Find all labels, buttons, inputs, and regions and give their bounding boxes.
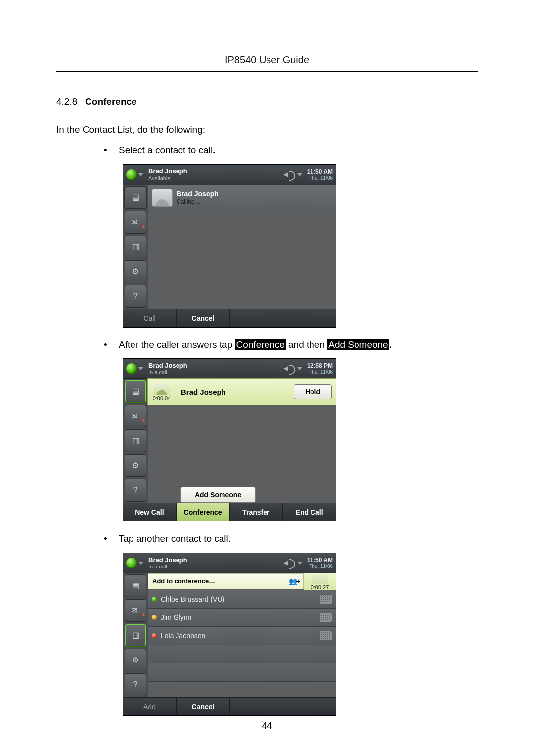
- softkey-empty: [229, 309, 336, 327]
- sidebar-settings[interactable]: ⚙: [125, 649, 146, 671]
- sidebar-help[interactable]: ?: [125, 673, 146, 696]
- topbar-clock: 12:58 PM Thu, 11/06: [307, 363, 333, 375]
- presence-icon[interactable]: [126, 558, 137, 568]
- voicemail-badge: 1: [142, 418, 145, 423]
- sidebar-voicemail[interactable]: ✉1: [125, 599, 146, 622]
- presence-dot-icon: [152, 633, 157, 638]
- presence-dropdown-icon[interactable]: [138, 562, 143, 565]
- bullet-text: Select a contact to call: [119, 145, 213, 155]
- volume-dropdown-icon[interactable]: [297, 173, 302, 176]
- outgoing-call-row: Brad Joseph Calling…: [148, 185, 336, 211]
- bullet2-conference: Conference: [235, 339, 286, 350]
- outgoing-call-name: Brad Joseph: [177, 190, 219, 198]
- topbar: Brad Joseph Available 11:50 AM Thu, 11/0…: [123, 165, 336, 185]
- softkey-bar: Call Cancel: [123, 309, 336, 327]
- softkey-conference[interactable]: Conference: [176, 503, 229, 521]
- contact-row-empty: [148, 645, 336, 663]
- sidebar-calllog[interactable]: ▥: [125, 624, 146, 647]
- contact-avatar: [152, 189, 173, 207]
- keypad-icon[interactable]: [320, 631, 332, 640]
- softkey-cancel[interactable]: Cancel: [176, 309, 229, 327]
- presence-dropdown-icon[interactable]: [138, 367, 143, 370]
- outgoing-call-status: Calling…: [177, 198, 219, 205]
- presence-dot-icon: [152, 597, 157, 602]
- conference-header-row: Add to conference… 👥+ 0:00:27: [148, 573, 336, 590]
- contact-name: Lola Jacobsen: [161, 632, 205, 640]
- gear-icon: ⚙: [132, 268, 139, 276]
- contact-row[interactable]: Chloe Brussard (VU): [148, 590, 336, 609]
- contacts-icon: ▤: [132, 387, 139, 395]
- sidebar-calllog[interactable]: ▥: [125, 236, 146, 258]
- conference-avatar: [312, 575, 328, 584]
- presence-dropdown-icon[interactable]: [138, 173, 143, 176]
- active-call-row: 0:00:04 Brad Joseph Hold: [147, 378, 336, 405]
- softkey-cancel[interactable]: Cancel: [176, 698, 229, 715]
- sidebar-settings[interactable]: ⚙: [125, 260, 146, 283]
- topbar-clock: 11:50 AM Thu, 11/06: [307, 169, 333, 181]
- sidebar-contacts[interactable]: ▤: [125, 186, 146, 209]
- volume-icon[interactable]: [283, 558, 296, 568]
- add-someone-button[interactable]: Add Someone: [180, 487, 256, 503]
- softkey-empty: [229, 698, 336, 715]
- softkey-call: Call: [123, 309, 176, 327]
- screenshot-incall: Brad Joseph In a call 12:58 PM Thu, 11/0…: [123, 358, 336, 521]
- keypad-icon[interactable]: [320, 613, 332, 622]
- topbar-user-name: Brad Joseph: [148, 557, 283, 564]
- volume-icon[interactable]: [283, 364, 296, 374]
- presence-dot-icon: [152, 615, 157, 620]
- section-heading: 4.2.8 Conference: [56, 96, 478, 107]
- topbar-clock: 11:50 AM Thu, 11/06: [307, 557, 333, 569]
- sidebar-settings[interactable]: ⚙: [125, 454, 146, 477]
- softkey-bar: New Call Conference Transfer End Call: [123, 503, 336, 521]
- section-title: Conference: [85, 96, 137, 107]
- hold-button[interactable]: Hold: [294, 384, 332, 399]
- topbar-user-status: Available: [148, 175, 283, 181]
- softkey-transfer[interactable]: Transfer: [229, 503, 283, 521]
- bullet-tap-another: Tap another contact to call.: [104, 532, 478, 546]
- volume-dropdown-icon[interactable]: [297, 367, 302, 370]
- sidebar-calllog[interactable]: ▥: [125, 429, 146, 452]
- softkey-add: Add: [123, 698, 176, 715]
- volume-dropdown-icon[interactable]: [297, 562, 302, 565]
- participants-icon: 👥+: [289, 577, 299, 585]
- bullet2-pre: After the caller answers tap: [119, 339, 235, 350]
- conference-elapsed: 0:00:27: [304, 584, 336, 590]
- voicemail-badge: 1: [142, 612, 145, 617]
- help-icon: ?: [134, 681, 138, 689]
- topbar-user: Brad Joseph In a call: [148, 362, 283, 375]
- topbar-user-status: In a call: [148, 564, 283, 569]
- call-avatar: [154, 384, 170, 395]
- sidebar: ▤ ✉1 ▥ ⚙ ?: [123, 185, 148, 309]
- topbar: Brad Joseph In a call 12:58 PM Thu, 11/0…: [123, 359, 336, 379]
- sidebar: ▤ ✉1 ▥ ⚙ ?: [123, 379, 148, 503]
- bullet-after-answer: After the caller answers tap Conference …: [104, 338, 478, 352]
- sidebar-help[interactable]: ?: [125, 285, 146, 308]
- topbar-date: Thu, 11/06: [307, 564, 333, 569]
- sidebar-help[interactable]: ?: [125, 479, 146, 502]
- sidebar-voicemail[interactable]: ✉1: [125, 211, 146, 234]
- contact-row[interactable]: Jim Glynn: [148, 609, 336, 627]
- sidebar-voicemail[interactable]: ✉1: [125, 405, 146, 427]
- sidebar-contacts[interactable]: ▤: [125, 380, 146, 403]
- topbar-user: Brad Joseph Available: [148, 168, 283, 181]
- softkey-newcall[interactable]: New Call: [123, 503, 176, 521]
- presence-icon[interactable]: [126, 363, 137, 374]
- topbar-user-name: Brad Joseph: [148, 168, 283, 175]
- call-timer: 0:00:04: [148, 383, 176, 401]
- topbar-user-name: Brad Joseph: [148, 362, 283, 369]
- bullet-select-contact: Select a contact to call.: [104, 144, 478, 157]
- help-icon: ?: [134, 292, 138, 300]
- volume-icon[interactable]: [283, 170, 296, 180]
- contact-row[interactable]: Lola Jacobsen: [148, 627, 336, 645]
- presence-icon[interactable]: [126, 169, 137, 180]
- contact-row-empty: [148, 663, 336, 682]
- topbar-time: 11:50 AM: [307, 557, 333, 564]
- bullet3-text: Tap another contact to call.: [119, 533, 231, 544]
- call-elapsed: 0:00:04: [148, 395, 176, 401]
- topbar-date: Thu, 11/06: [307, 175, 333, 181]
- gear-icon: ⚙: [132, 462, 139, 470]
- topbar-time: 12:58 PM: [307, 363, 333, 369]
- keypad-icon[interactable]: [320, 595, 332, 604]
- sidebar-contacts[interactable]: ▤: [125, 574, 146, 597]
- softkey-endcall[interactable]: End Call: [282, 503, 336, 521]
